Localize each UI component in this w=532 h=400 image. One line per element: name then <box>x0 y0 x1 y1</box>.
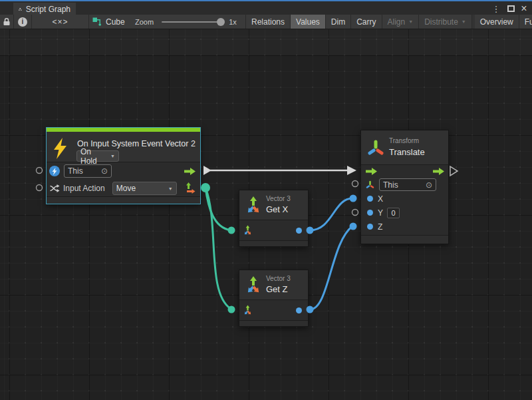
zoom-slider-track <box>162 21 223 23</box>
z-input-port[interactable] <box>350 223 357 230</box>
player-input-icon <box>49 166 60 176</box>
x-port-label: X <box>378 194 383 204</box>
overview-button[interactable]: Overview <box>472 15 519 29</box>
event-action-port[interactable] <box>37 185 43 191</box>
dim-button[interactable]: Dim <box>326 15 351 29</box>
flow-output-arrow[interactable] <box>184 167 196 176</box>
relations-button[interactable]: Relations <box>246 15 291 29</box>
node-title: Get X <box>266 204 288 214</box>
values-button[interactable]: Values <box>291 15 326 29</box>
event-node[interactable]: On Input System Event Vector 2 On Hold ▼… <box>46 127 201 204</box>
y-port-dot[interactable] <box>367 210 373 216</box>
vector2-output-port-icon[interactable] <box>185 182 196 194</box>
window-menu-button[interactable]: ⋮ <box>491 3 501 15</box>
transform-mini-icon <box>366 180 374 189</box>
vector3-icon <box>243 276 263 296</box>
get-z-node-footer <box>239 320 308 326</box>
hierarchy-icon <box>19 5 22 14</box>
y-value-input[interactable]: 0 <box>387 208 400 218</box>
node-category: Vector 3 <box>266 275 291 282</box>
graph-canvas[interactable]: On Input System Event Vector 2 On Hold ▼… <box>0 29 532 400</box>
wire-getx-to-x[interactable] <box>310 198 352 230</box>
canvas-shading <box>0 29 532 55</box>
info-icon: i <box>18 17 27 27</box>
flow-output-arrow[interactable] <box>432 167 445 176</box>
input-action-value: Move <box>116 184 136 193</box>
wire-vector2-to-getx[interactable] <box>205 188 231 230</box>
tab-title: Script Graph <box>26 5 70 14</box>
window-tab-bar: Script Graph ⋮ × <box>0 0 532 15</box>
z-port-label: Z <box>378 222 382 232</box>
event-mode-dropdown[interactable]: On Hold ▼ <box>76 150 119 162</box>
node-title: Translate <box>389 147 425 157</box>
zoom-label: Zoom <box>135 18 154 26</box>
output-port-dot[interactable] <box>296 307 302 313</box>
get-z-node[interactable]: Vector 3 Get Z <box>239 270 309 327</box>
wire-getz-to-z[interactable] <box>310 226 352 309</box>
wire-vector2-to-getz[interactable] <box>205 188 231 309</box>
transform-flow-output-port[interactable] <box>450 166 458 176</box>
z-port-dot[interactable] <box>367 224 373 230</box>
vector2-output-port[interactable] <box>201 183 210 192</box>
input-action-label: Input Action <box>63 184 105 193</box>
event-target-port[interactable] <box>37 168 43 174</box>
transform-target-field[interactable]: This ⊙ <box>379 178 436 191</box>
event-node-footer <box>47 196 200 204</box>
get-x-node[interactable]: Vector 3 Get X <box>239 190 309 247</box>
maximize-icon <box>507 5 515 12</box>
node-title: Get Z <box>266 284 288 294</box>
code-toggle-button[interactable]: <×> <box>32 15 89 29</box>
zoom-value: 1x <box>229 18 237 26</box>
breadcrumb[interactable]: Cube <box>92 15 125 29</box>
event-target-value: This <box>68 166 83 176</box>
output-port-dot[interactable] <box>296 228 302 234</box>
node-category: Transform <box>389 137 419 144</box>
zoom-slider[interactable] <box>162 18 223 26</box>
transform-translate-node[interactable]: Transform Translate This ⊙ <box>360 130 449 244</box>
align-label: Align <box>388 17 406 27</box>
chevron-down-icon: ▼ <box>168 186 173 191</box>
transform-target-port[interactable] <box>352 181 358 187</box>
y-port-label: Y <box>378 208 383 218</box>
node-category: Vector 3 <box>266 195 291 202</box>
chevron-down-icon: ▼ <box>110 154 115 158</box>
getz-input-port[interactable] <box>228 306 235 313</box>
flow-wire-end-arrow <box>347 166 356 175</box>
object-picker-icon[interactable]: ⊙ <box>426 181 432 189</box>
carry-button[interactable]: Carry <box>351 15 382 29</box>
transform-icon <box>367 139 384 156</box>
event-target-field[interactable]: This ⊙ <box>64 164 112 178</box>
lightning-icon <box>53 138 68 160</box>
lock-icon <box>3 17 11 26</box>
flow-wire-start-arrow[interactable] <box>203 166 211 175</box>
distribute-label: Distribute <box>424 17 458 27</box>
breadcrumb-label: Cube <box>106 17 125 27</box>
window-maximize-button[interactable] <box>505 3 516 15</box>
lock-button[interactable] <box>0 15 14 29</box>
y-input-port[interactable] <box>352 210 358 216</box>
window-close-button[interactable]: × <box>519 3 529 15</box>
graph-icon <box>92 17 102 27</box>
graph-toolbar: i <×> Cube Zoom 1x Relations Values Dim … <box>0 15 532 29</box>
getx-input-port[interactable] <box>228 227 235 234</box>
x-input-port[interactable] <box>350 195 357 202</box>
get-x-node-footer <box>239 240 308 246</box>
flow-input-arrow[interactable] <box>365 167 378 176</box>
input-action-dropdown[interactable]: Move ▼ <box>112 182 177 195</box>
distribute-button[interactable]: Distribute ▼ <box>419 15 472 29</box>
zoom-slider-knob[interactable] <box>217 18 225 26</box>
vector3-input-port-icon[interactable] <box>242 225 253 236</box>
transform-target-value: This <box>383 180 398 190</box>
tab-script-graph[interactable]: Script Graph <box>13 3 76 16</box>
transform-node-footer <box>361 235 448 244</box>
x-port-dot[interactable] <box>367 196 373 202</box>
object-picker-icon[interactable]: ⊙ <box>101 167 108 175</box>
fullscreen-button[interactable]: Full Screen <box>519 15 532 29</box>
vector3-input-port-icon[interactable] <box>242 305 253 316</box>
chevron-down-icon: ▼ <box>462 19 466 24</box>
align-button[interactable]: Align ▼ <box>382 15 420 29</box>
info-button[interactable]: i <box>14 15 32 29</box>
chevron-down-icon: ▼ <box>408 19 413 24</box>
input-action-icon <box>49 183 60 194</box>
vector3-icon <box>243 196 263 216</box>
